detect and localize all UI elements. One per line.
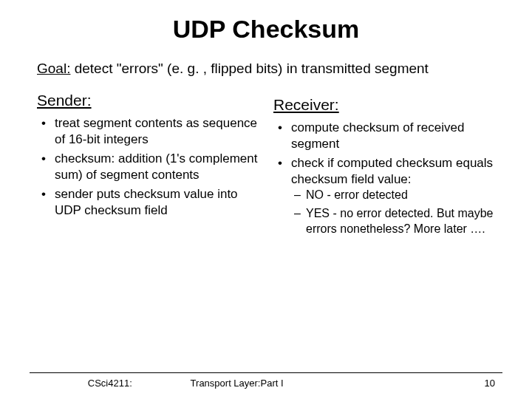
goal-text: detect "errors" (e. g. , flipped bits) i… [70,61,428,76]
receiver-sublist: NO - error detected YES - no error detec… [291,188,502,236]
footer-row: CSci4211: Transport Layer:Part I 10 [30,378,502,389]
goal-label: Goal: [37,61,70,76]
slide-footer: CSci4211: Transport Layer:Part I 10 [0,372,532,389]
list-item: YES - no error detected. But maybe error… [291,206,502,237]
receiver-list: compute checksum of received segment che… [273,120,502,237]
footer-page-number: 10 [389,378,502,389]
list-item: treat segment contents as sequence of 16… [37,115,266,148]
footer-divider [30,372,502,373]
footer-section: Transport Layer:Part I [191,378,389,389]
list-item-text: check if computed checksum equals checks… [291,156,493,186]
list-item: sender puts checksum value into UDP chec… [37,186,266,219]
receiver-heading: Receiver: [273,96,502,114]
list-item: checksum: addition (1's complement sum) … [37,151,266,183]
sender-column: Sender: treat segment contents as sequen… [37,92,266,240]
sender-heading: Sender: [37,92,266,109]
receiver-column: Receiver: compute checksum of received s… [273,92,502,240]
goal-line: Goal: detect "errors" (e. g. , flipped b… [30,60,502,78]
list-item: check if computed checksum equals checks… [273,155,502,237]
sender-list: treat segment contents as sequence of 16… [37,115,266,219]
slide-title: UDP Checksum [30,15,502,44]
list-item: compute checksum of received segment [273,120,502,152]
columns: Sender: treat segment contents as sequen… [30,92,502,240]
footer-course: CSci4211: [30,378,191,389]
list-item: NO - error detected [291,188,502,203]
